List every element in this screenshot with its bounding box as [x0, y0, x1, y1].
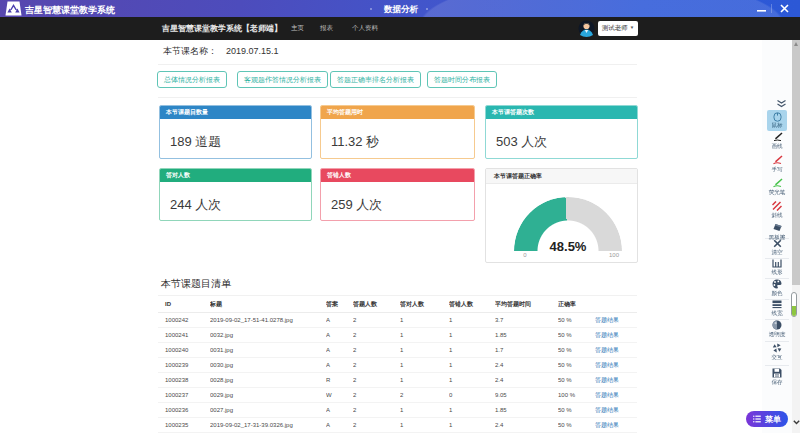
cell-result: 答题结果 — [595, 388, 637, 403]
answer-result-link[interactable]: 答题结果 — [595, 407, 619, 413]
app-logo-icon — [5, 1, 22, 16]
cell-correct: 2 — [400, 388, 449, 403]
cell-wrong: 1 — [449, 418, 495, 433]
tool-save[interactable]: 保存 — [762, 368, 792, 386]
cell-wrong: 1 — [449, 328, 495, 343]
user-avatar[interactable] — [578, 20, 595, 37]
cell-avg-time: 3.7 — [495, 313, 558, 328]
minimize-button[interactable] — [755, 0, 767, 17]
pinwheel-icon — [772, 343, 782, 353]
cell-answered: 2 — [353, 358, 400, 373]
tool-opacity[interactable]: 透明度 — [762, 320, 792, 338]
divider — [158, 64, 637, 65]
tool-label: 手写 — [771, 166, 782, 172]
cell-avg-time: 2.4 — [495, 418, 558, 433]
gauge-min-label: 0 — [515, 252, 535, 258]
cell-rate: 50 % — [558, 328, 595, 343]
col-header-id: ID — [158, 296, 210, 313]
tool-line-shape[interactable]: 线形 — [762, 259, 792, 276]
cell-answer: A — [326, 358, 353, 373]
cell-answer: A — [326, 313, 353, 328]
cell-rate: 50 % — [558, 343, 595, 358]
tool-label: 线宽 — [771, 310, 782, 316]
cell-id: 1000241 — [158, 328, 210, 343]
report-button-ranking[interactable]: 答题正确率排名分析报表 — [330, 71, 421, 88]
answer-result-link[interactable]: 答题结果 — [595, 377, 619, 383]
report-button-objective[interactable]: 客观题作答情况分析报表 — [237, 71, 328, 88]
cell-wrong: 1 — [449, 313, 495, 328]
cell-answered: 2 — [353, 343, 400, 358]
tool-label: 颜色 — [771, 290, 782, 296]
cell-answer: A — [326, 328, 353, 343]
cell-avg-time: 1.7 — [495, 343, 558, 358]
collapse-toolbar-icon[interactable] — [776, 100, 787, 108]
navbar-brand: 吉星智慧课堂教学系统【老师端】 — [162, 23, 282, 34]
tool-line-width[interactable]: 线宽 — [762, 300, 792, 317]
nav-item-reports[interactable]: 报表 — [320, 24, 333, 33]
caret-down-icon: ▼ — [630, 26, 634, 31]
answer-result-link[interactable]: 答题结果 — [595, 332, 619, 338]
nav-item-profile[interactable]: 个人资料 — [352, 24, 378, 33]
cell-title: 0029.jpg — [210, 388, 326, 403]
tool-clear[interactable]: 清空 — [762, 239, 792, 256]
highlighter-icon — [772, 178, 783, 188]
cell-wrong: 0 — [449, 388, 495, 403]
cell-answered: 2 — [353, 388, 400, 403]
tool-mouse[interactable]: 鼠标 — [767, 110, 787, 131]
tool-label: 荧光笔 — [769, 189, 786, 195]
cell-answer: R — [326, 373, 353, 388]
nav-item-home[interactable]: 主页 — [291, 24, 304, 33]
table-section-title: 本节课题目清单 — [161, 277, 231, 291]
answer-result-link[interactable]: 答题结果 — [595, 392, 619, 398]
tool-handwrite[interactable]: 手写 — [762, 155, 792, 173]
hatch-line-icon — [772, 201, 782, 211]
cell-correct: 1 — [400, 403, 449, 418]
handwrite-pen-icon — [772, 155, 783, 165]
tool-color[interactable]: 颜色 — [762, 279, 792, 297]
answer-result-link[interactable]: 答题结果 — [595, 362, 619, 368]
tool-label: 线形 — [771, 269, 782, 275]
battery-indicator — [791, 292, 797, 317]
stat-card-header: 答对人数 — [160, 169, 311, 182]
cell-avg-time: 2.4 — [495, 373, 558, 388]
report-button-time[interactable]: 答题时间分布报表 — [427, 71, 497, 88]
cell-title: 0031.jpg — [210, 343, 326, 358]
scrollbar-up-arrow[interactable] — [794, 42, 798, 46]
stat-card-answer-count: 本节课答题次数 503 人次 — [485, 105, 638, 159]
cell-result: 答题结果 — [595, 328, 637, 343]
col-header-rate: 正确率 — [558, 296, 595, 313]
battery-level — [792, 306, 796, 316]
col-header-correct: 答对人数 — [400, 296, 449, 313]
cell-answered: 2 — [353, 328, 400, 343]
menu-fab-button[interactable]: 菜单 — [746, 411, 788, 427]
cell-correct: 1 — [400, 418, 449, 433]
stat-card-header: 本节课题目数量 — [160, 106, 311, 119]
tool-hatch-line[interactable]: 斜线 — [762, 201, 792, 219]
tool-interact[interactable]: 交互 — [762, 343, 792, 361]
cell-result: 答题结果 — [595, 343, 637, 358]
col-header-result — [595, 296, 637, 313]
tool-highlighter[interactable]: 荧光笔 — [762, 178, 792, 196]
table-row: 1000242 2019-09-02_17-51-41.0278.jpg A 2… — [158, 313, 637, 328]
report-button-overall[interactable]: 总体情况分析报表 — [157, 71, 227, 88]
answer-result-link[interactable]: 答题结果 — [595, 347, 619, 353]
tool-draw-line[interactable]: 画线 — [762, 132, 792, 150]
palette-icon — [772, 279, 782, 289]
stat-card-wrong-count: 答错人数 259 人次 — [320, 168, 475, 221]
toolbar-divider — [765, 341, 789, 342]
cell-id: 1000239 — [158, 358, 210, 373]
close-button[interactable] — [778, 0, 790, 17]
user-name: 测试老师 — [602, 24, 628, 33]
gauge-card-header: 本节课答题正确率 — [486, 169, 637, 184]
scrollbar-down-arrow[interactable] — [793, 420, 800, 425]
cell-correct: 1 — [400, 343, 449, 358]
answer-result-link[interactable]: 答题结果 — [595, 317, 619, 323]
stat-card-header: 答错人数 — [321, 169, 474, 182]
scrollbar-thumb[interactable] — [792, 40, 800, 285]
answer-result-link[interactable]: 答题结果 — [595, 422, 619, 428]
cell-rate: 50 % — [558, 403, 595, 418]
gauge-max-label: 100 — [604, 252, 624, 258]
line-width-icon — [772, 300, 782, 309]
user-menu-button[interactable]: 测试老师 ▼ — [598, 21, 638, 36]
tool-label: 画线 — [771, 143, 782, 149]
